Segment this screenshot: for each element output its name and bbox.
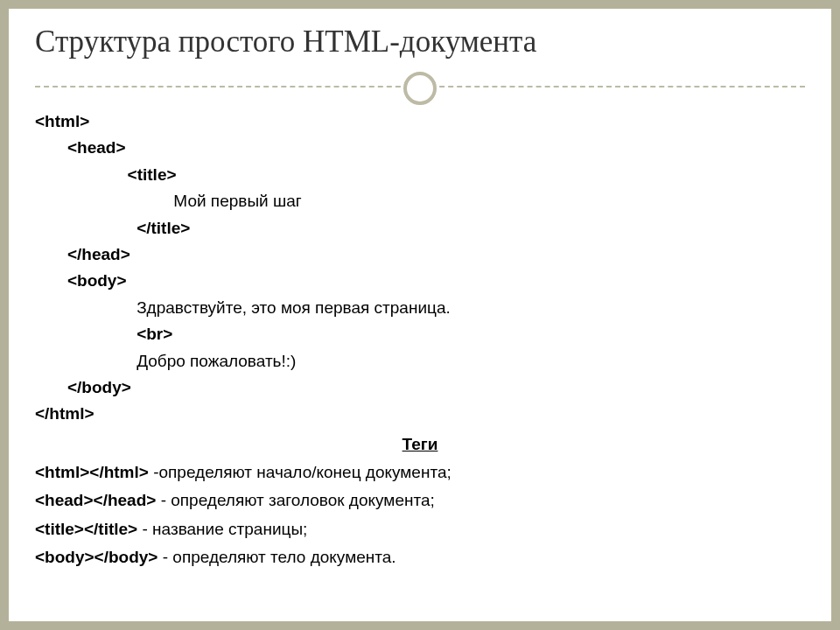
divider [35,72,805,102]
code-line: Мой первый шаг [35,188,805,214]
tag-desc: - определяют тело документа. [158,548,396,566]
code-line: </head> [35,242,805,268]
tag-name: <title></title> [35,520,137,538]
divider-circle-icon [403,72,437,105]
slide: Структура простого HTML-документа <html>… [9,9,831,621]
tag-desc: -определяют начало/конец документа; [149,463,452,481]
code-line: <html> [35,108,805,135]
code-line: </title> [35,215,805,242]
desc-html: <html></html> -определяют начало/конец д… [35,459,805,486]
tag-name: <html></html> [35,463,149,481]
tags-heading: Теги [35,431,805,458]
desc-body: <body></body> - определяют тело документ… [35,544,805,570]
tag-desc: - определяют заголовок документа; [156,491,434,509]
tag-desc: - название страницы; [137,520,307,538]
code-line: </html> [35,401,805,427]
code-line: Добро пожаловать!:) [35,348,805,374]
code-line: <head> [35,135,805,161]
content: <html> <head> <title> Мой первый шаг </t… [35,108,805,571]
code-line: Здравствуйте, это моя первая страница. [35,295,805,321]
tag-name: <head></head> [35,491,156,509]
tag-name: <body></body> [35,548,158,566]
code-line: </body> [35,374,805,401]
desc-head: <head></head> - определяют заголовок док… [35,487,805,514]
code-line: <body> [35,268,805,294]
desc-title: <title></title> - название страницы; [35,516,805,542]
page-title: Структура простого HTML-документа [35,24,805,60]
code-line: <br> [35,321,805,347]
code-line: <title> [35,162,805,188]
